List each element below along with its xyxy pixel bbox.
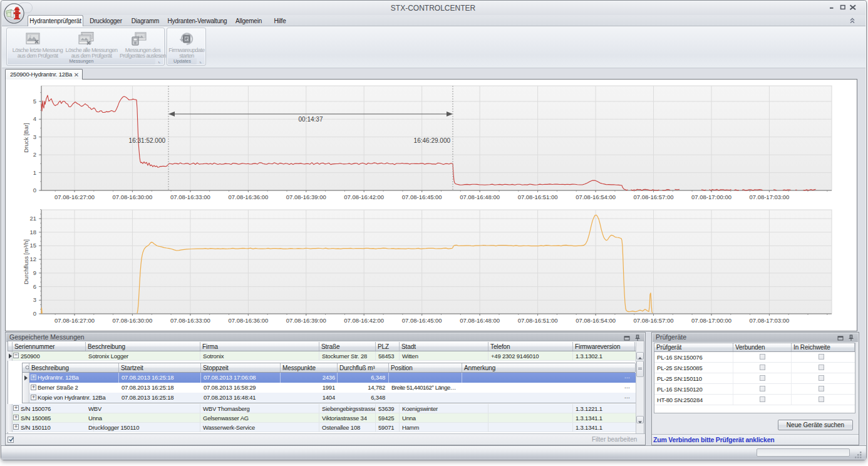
- svg-text:07.08-17:03:00: 07.08-17:03:00: [749, 317, 789, 324]
- svg-text:Durchfluss [m³/h]: Durchfluss [m³/h]: [23, 239, 29, 284]
- svg-text:07.08-16:48:00: 07.08-16:48:00: [460, 194, 500, 200]
- svg-text:07.08-16:33:00: 07.08-16:33:00: [170, 194, 210, 200]
- svg-text:3: 3: [33, 133, 36, 140]
- svg-text:07.08-16:51:00: 07.08-16:51:00: [518, 194, 558, 200]
- svg-text:0: 0: [33, 187, 36, 194]
- svg-text:07.08-16:30:00: 07.08-16:30:00: [112, 194, 152, 200]
- svg-text:5: 5: [33, 98, 36, 105]
- svg-text:9: 9: [33, 269, 36, 276]
- svg-text:07.08-16:54:00: 07.08-16:54:00: [576, 194, 616, 200]
- svg-text:07.08-16:30:00: 07.08-16:30:00: [112, 317, 152, 324]
- svg-text:07.08-17:03:00: 07.08-17:03:00: [749, 194, 789, 200]
- svg-text:07.08-16:42:00: 07.08-16:42:00: [344, 194, 384, 200]
- svg-text:1: 1: [33, 169, 36, 176]
- svg-text:07.08-17:00:00: 07.08-17:00:00: [691, 194, 731, 200]
- svg-text:07.08-16:39:00: 07.08-16:39:00: [286, 317, 326, 324]
- svg-text:07.08-16:57:00: 07.08-16:57:00: [634, 317, 674, 324]
- svg-text:3: 3: [33, 296, 36, 303]
- svg-text:16:46:29.000: 16:46:29.000: [414, 137, 451, 144]
- svg-text:07.08-16:45:00: 07.08-16:45:00: [402, 194, 442, 200]
- svg-text:Druck [Bar]: Druck [Bar]: [23, 123, 29, 153]
- svg-text:12: 12: [29, 256, 36, 262]
- svg-text:07.08-16:36:00: 07.08-16:36:00: [228, 194, 268, 200]
- svg-text:2: 2: [33, 151, 36, 158]
- svg-text:21: 21: [29, 215, 36, 222]
- svg-text:15: 15: [29, 242, 36, 249]
- svg-text:07.08-16:27:00: 07.08-16:27:00: [54, 194, 95, 200]
- svg-text:0: 0: [33, 310, 36, 317]
- svg-text:07.08-16:39:00: 07.08-16:39:00: [286, 194, 326, 200]
- svg-text:07.08-16:36:00: 07.08-16:36:00: [228, 317, 268, 324]
- svg-text:07.08-17:00:00: 07.08-17:00:00: [691, 317, 731, 324]
- svg-text:07.08-16:45:00: 07.08-16:45:00: [402, 317, 442, 324]
- svg-text:6: 6: [33, 283, 36, 290]
- svg-text:4: 4: [33, 115, 36, 122]
- svg-text:07.08-16:51:00: 07.08-16:51:00: [518, 317, 558, 324]
- svg-text:07.08-16:54:00: 07.08-16:54:00: [576, 317, 616, 324]
- svg-text:16:31:52.000: 16:31:52.000: [129, 137, 166, 144]
- svg-text:00:14:37: 00:14:37: [299, 116, 323, 123]
- svg-text:07.08-16:42:00: 07.08-16:42:00: [344, 317, 384, 324]
- svg-text:18: 18: [29, 229, 36, 236]
- svg-text:07.08-16:57:00: 07.08-16:57:00: [634, 194, 674, 200]
- svg-text:07.08-16:48:00: 07.08-16:48:00: [460, 317, 500, 324]
- svg-text:07.08-16:33:00: 07.08-16:33:00: [170, 317, 210, 324]
- svg-text:07.08-16:27:00: 07.08-16:27:00: [54, 317, 95, 324]
